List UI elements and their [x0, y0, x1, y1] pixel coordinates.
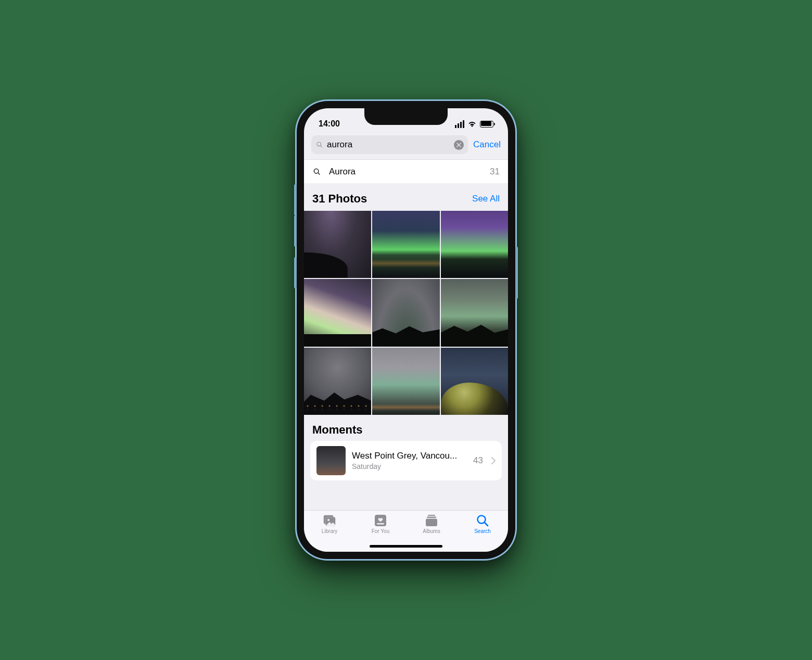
phone-frame: 14:00 — [297, 101, 515, 559]
library-icon — [322, 514, 337, 527]
close-icon — [456, 143, 461, 147]
moments-thumbnail — [316, 446, 346, 475]
search-field[interactable] — [311, 135, 468, 154]
photo-thumbnail[interactable] — [304, 348, 371, 415]
photo-thumbnail[interactable] — [372, 348, 439, 415]
suggestion-label: Aurora — [329, 167, 483, 177]
svg-line-10 — [485, 523, 488, 526]
search-icon — [475, 514, 490, 527]
svg-rect-5 — [377, 523, 384, 524]
photo-thumbnail[interactable] — [304, 211, 371, 278]
home-indicator[interactable] — [370, 545, 442, 548]
tab-albums[interactable]: Albums — [413, 514, 450, 534]
photo-grid — [304, 211, 508, 415]
for-you-icon — [373, 514, 388, 527]
notch — [364, 108, 448, 125]
suggestion-count: 31 — [490, 167, 500, 177]
photo-thumbnail[interactable] — [441, 211, 508, 278]
cancel-button[interactable]: Cancel — [473, 139, 501, 150]
moments-subtitle: Saturday — [352, 462, 467, 471]
moments-section-header: Moments — [304, 415, 508, 441]
albums-icon — [424, 514, 439, 527]
photo-thumbnail[interactable] — [304, 279, 371, 346]
wifi-icon — [467, 120, 477, 128]
search-input[interactable] — [327, 139, 451, 150]
photo-thumbnail[interactable] — [441, 279, 508, 346]
photos-heading: 31 Photos — [312, 192, 367, 206]
chevron-right-icon — [491, 457, 496, 464]
tab-search[interactable]: Search — [464, 514, 501, 534]
tab-label: Search — [474, 528, 491, 534]
cellular-signal-icon — [455, 120, 464, 128]
tab-label: For You — [372, 528, 389, 534]
search-suggestion-row[interactable]: Aurora 31 — [304, 160, 508, 184]
search-header: Cancel — [304, 133, 508, 160]
svg-point-3 — [327, 519, 329, 521]
clear-search-button[interactable] — [454, 140, 464, 150]
moments-count: 43 — [473, 455, 483, 466]
photo-thumbnail[interactable] — [372, 279, 439, 346]
battery-icon — [480, 121, 493, 128]
moments-heading: Moments — [312, 423, 363, 437]
moments-item[interactable]: West Point Grey, Vancou... Saturday 43 — [310, 441, 502, 480]
status-indicators — [455, 120, 493, 128]
svg-rect-6 — [428, 515, 435, 516]
photo-thumbnail[interactable] — [372, 211, 439, 278]
see-all-button[interactable]: See All — [472, 194, 500, 204]
moments-text: West Point Grey, Vancou... Saturday — [352, 451, 467, 471]
moments-title: West Point Grey, Vancou... — [352, 451, 467, 461]
photo-thumbnail[interactable] — [441, 348, 508, 415]
content: 31 Photos See All Moments West — [304, 184, 508, 510]
tab-for-you[interactable]: For You — [362, 514, 399, 534]
search-icon — [315, 141, 324, 149]
search-icon — [312, 167, 322, 176]
photos-section-header: 31 Photos See All — [304, 184, 508, 211]
svg-rect-7 — [427, 517, 436, 518]
tab-label: Albums — [423, 528, 440, 534]
status-time: 14:00 — [319, 119, 340, 129]
screen: 14:00 — [304, 108, 508, 552]
tab-library[interactable]: Library — [311, 514, 348, 534]
tab-label: Library — [322, 528, 338, 534]
svg-rect-8 — [426, 519, 437, 527]
